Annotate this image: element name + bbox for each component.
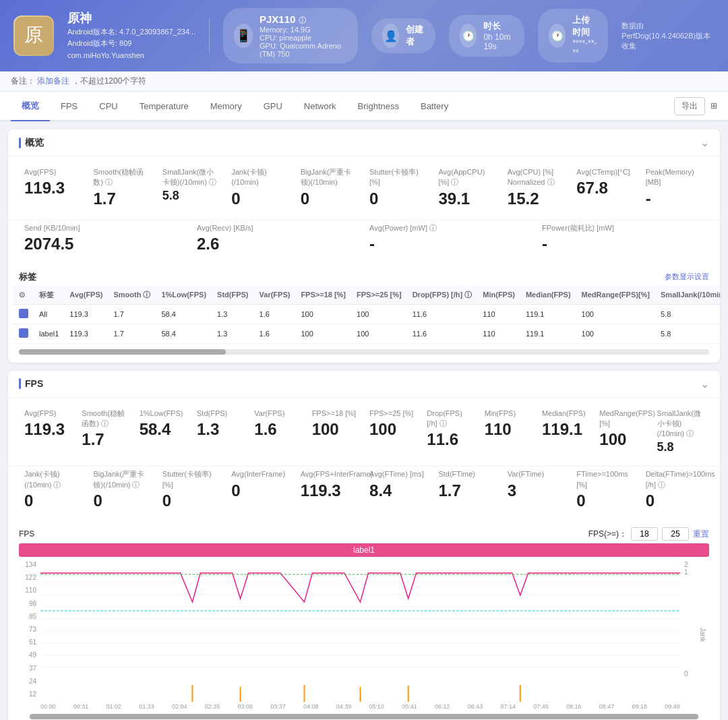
app-package: com.miHoYo.Yuanshen <box>67 50 195 62</box>
td-fps18-label1: 100 <box>295 324 351 343</box>
tab-overview[interactable]: 概览 <box>11 92 50 121</box>
td-avg-fps-label1: 119.3 <box>64 324 108 343</box>
fps-stat-avginterframe: Avg(InterFrame) 0 <box>226 467 295 514</box>
fps-jank-y-axis: 210 <box>680 558 696 711</box>
fps-stat-avg: Avg(FPS) 119.3 <box>19 406 76 458</box>
stat-appcpu: Avg(AppCPU) [%] ⓘ 39.1 <box>433 164 502 212</box>
tab-fps[interactable]: FPS <box>50 93 88 121</box>
td-check-all[interactable] <box>13 304 34 324</box>
tab-gpu[interactable]: GPU <box>253 93 293 121</box>
table-row: All 119.3 1.7 58.4 1.3 1.6 100 100 11.6 … <box>13 304 720 324</box>
fps-stat-ftime100: FTime>=100ms [%] 0 <box>571 467 640 514</box>
creator-info: 创建者 <box>406 24 424 48</box>
fps-label-band: label1 <box>19 543 709 557</box>
export-button[interactable]: 导出 <box>674 97 705 115</box>
creator-label: 创建者 <box>406 24 424 48</box>
fps-stat-delta-ftime: Delta(FTime)>100ms [/h] ⓘ 0 <box>640 467 709 514</box>
fps-section: FPS ⌄ Avg(FPS) 119.3 Smooth(稳帧函数) ⓘ 1.7 … <box>8 371 720 720</box>
fps-expand-btn[interactable]: ⌄ <box>700 378 709 390</box>
fps-scrollbar[interactable] <box>30 714 698 719</box>
device-name: PJX110 ⓘ <box>260 13 347 26</box>
fps-chart-label-row: FPS FPS(>=)： 重置 <box>19 527 709 541</box>
fps-stat-var: Var(FPS) 1.6 <box>249 406 306 458</box>
stat-jank: Jank(卡顿)(/10min) 0 <box>226 164 295 212</box>
notes-link[interactable]: 添加备注 <box>37 76 69 86</box>
stat-smooth: Smooth(稳帧函数) ⓘ 1.7 <box>88 164 156 212</box>
th-fps18: FPS>=18 [%] <box>295 286 351 305</box>
fps-stat-low1: 1%Low(FPS) 58.4 <box>134 406 191 458</box>
td-avg-fps-all: 119.3 <box>64 304 108 324</box>
creator-card: 👤 创建者 <box>371 18 435 53</box>
overview-expand-btn[interactable]: ⌄ <box>700 136 709 149</box>
overview-section-header: 概览 ⌄ <box>8 129 720 156</box>
divider-1 <box>209 19 210 53</box>
td-low1-label1: 58.4 <box>156 324 212 343</box>
th-min: Min(FPS) <box>477 286 520 305</box>
app-name: 原神 <box>67 10 195 26</box>
td-fps25-label1: 100 <box>351 324 407 343</box>
fps-threshold1-input[interactable] <box>631 527 658 541</box>
td-smalljank-all: 5.8 <box>655 304 720 324</box>
th-avg-fps: Avg(FPS) <box>64 286 108 305</box>
td-smooth-label1: 1.7 <box>108 324 156 343</box>
duration-card: 🕐 时长 0h 10m 19s <box>449 15 524 57</box>
notes-bar: 备注： 添加备注 ，不超过1200个字符 <box>0 71 728 92</box>
overview-table: ⊙ 标签 Avg(FPS) Smooth ⓘ 1%Low(FPS) Std(FP… <box>13 286 720 344</box>
fps-controls: FPS(>=)： 重置 <box>588 527 709 541</box>
fps-stat-smalljank: SmallJank(微小卡顿)(/10min) ⓘ 5.8 <box>652 406 709 458</box>
tab-memory[interactable]: Memory <box>200 93 253 121</box>
jank-axis-label: Jank <box>696 558 709 711</box>
th-smooth: Smooth ⓘ <box>108 286 156 305</box>
tab-network[interactable]: Network <box>293 93 347 121</box>
td-min-label1: 110 <box>477 324 520 343</box>
td-std-all: 1.3 <box>212 304 253 324</box>
fps-threshold2-input[interactable] <box>662 527 689 541</box>
app-version-code: Android版本号: 809 <box>67 38 195 50</box>
export-icon[interactable]: ⊞ <box>710 101 717 111</box>
fps-stat-fps18: FPS>=18 [%] 100 <box>307 406 364 458</box>
td-drop-all: 11.6 <box>407 304 478 324</box>
fps-stat-avgfps-interframe: Avg(FPS+InterFrame) 119.3 <box>295 467 364 514</box>
td-check-label1[interactable] <box>13 324 34 343</box>
stat-smalljank: SmallJank(微小卡顿)(/10min) ⓘ 5.8 <box>157 164 226 212</box>
table-scrollbar[interactable] <box>19 349 709 355</box>
device-memory: Memory: 14.9G <box>260 26 347 34</box>
td-label-all: All <box>34 304 64 324</box>
tab-brightness[interactable]: Brightness <box>347 93 410 121</box>
fps-stat-drop: Drop(FPS) [/h] ⓘ 11.6 <box>421 406 479 458</box>
td-fps18-all: 100 <box>295 304 351 324</box>
fps-chart-wrapper: 1341221109885736149372412 <box>19 558 709 711</box>
td-fps25-all: 100 <box>351 304 407 324</box>
th-label: 标签 <box>34 286 64 305</box>
tab-battery[interactable]: Battery <box>410 93 459 121</box>
fps-stat-stdftime: Std(FTime) 1.7 <box>433 467 502 514</box>
fps-reset-button[interactable]: 重置 <box>693 529 709 540</box>
upload-card: 🕐 上传时间 ****-**-** <box>538 9 608 63</box>
fps-stat-stutter: Stutter(卡顿率) [%] 0 <box>157 467 226 514</box>
fps-y-axis: 1341221109885736149372412 <box>19 558 40 711</box>
fps-jank-chart <box>40 682 680 702</box>
fps-stats-row2: Jank(卡顿)(/10min) ⓘ 0 BigJank(严重卡顿)(/10mi… <box>8 466 720 522</box>
settings-link[interactable]: 参数显示设置 <box>665 272 709 282</box>
table-header-row: ⊙ 标签 Avg(FPS) Smooth ⓘ 1%Low(FPS) Std(FP… <box>13 286 720 305</box>
overview-table-container: ⊙ 标签 Avg(FPS) Smooth ⓘ 1%Low(FPS) Std(FP… <box>8 286 720 347</box>
th-smalljank: SmallJank(/10min) ⓘ <box>655 286 720 305</box>
tab-temperature[interactable]: Temperature <box>129 93 200 121</box>
fps-stat-median: Median(FPS) 119.1 <box>537 406 594 458</box>
upload-value: ****-**-** <box>572 38 597 57</box>
th-median: Median(FPS) <box>520 286 576 305</box>
device-cpu: CPU: pineapple <box>260 34 347 42</box>
device-gpu: GPU: Qualcomm Adreno (TM) 750 <box>260 42 347 58</box>
fps-chart-svg <box>40 558 680 680</box>
td-medrange-label1: 100 <box>576 324 655 343</box>
td-drop-label1: 11.6 <box>407 324 478 343</box>
app-android-version: Android版本名: 4.7.0_23093867_234... <box>67 26 195 38</box>
stat-power: Avg(Power) [mW] ⓘ - <box>364 220 537 258</box>
stat-fpower: FPower(能耗比) [mW] - <box>537 220 709 258</box>
td-smalljank-label1: 5.8 <box>655 324 720 343</box>
app-icon: 原 <box>13 16 54 56</box>
stat-send: Send [KB/10min] 2074.5 <box>19 220 191 258</box>
device-info: PJX110 ⓘ Memory: 14.9G CPU: pineapple GP… <box>260 13 347 58</box>
upload-info: 上传时间 ****-**-** <box>572 14 597 57</box>
tab-cpu[interactable]: CPU <box>88 93 128 121</box>
